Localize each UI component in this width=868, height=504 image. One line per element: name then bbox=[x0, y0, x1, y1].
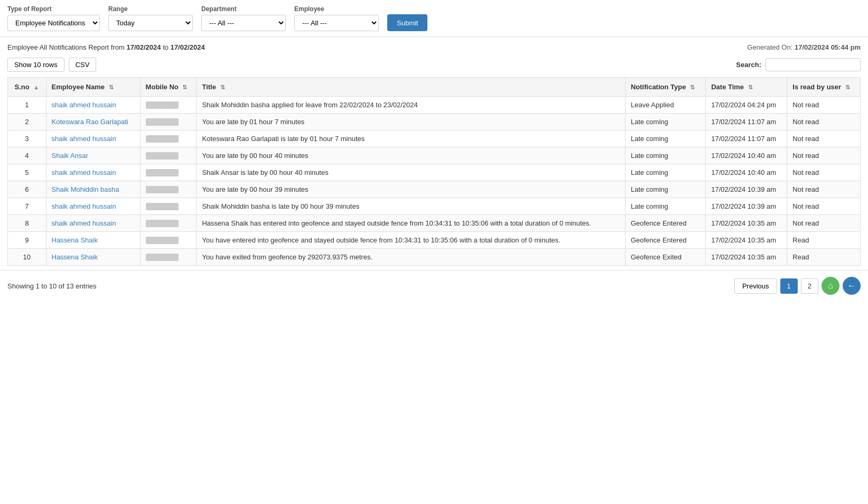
range-label: Range bbox=[108, 5, 193, 13]
employee-link[interactable]: Hassena Shaik bbox=[52, 253, 98, 261]
mobile-blurred: •••••••••• bbox=[146, 203, 179, 210]
employee-link[interactable]: shaik ahmed hussain bbox=[52, 202, 116, 210]
csv-button[interactable]: CSV bbox=[69, 58, 97, 72]
table-row: 4 Shaik Ansar •••••••••• You are late by… bbox=[8, 147, 861, 164]
cell-employee-name[interactable]: Shaik Mohiddin basha bbox=[46, 181, 140, 198]
cell-employee-name[interactable]: Shaik Ansar bbox=[46, 147, 140, 164]
employee-link[interactable]: Shaik Mohiddin basha bbox=[52, 185, 119, 193]
back-button[interactable]: ← bbox=[843, 277, 861, 295]
employee-select[interactable]: --- All --- bbox=[294, 15, 379, 31]
mobile-blurred: •••••••••• bbox=[146, 220, 179, 227]
page-2[interactable]: 2 bbox=[801, 278, 818, 294]
department-group: Department --- All --- bbox=[201, 5, 286, 31]
col-mobile-no[interactable]: Mobile No ⇅ bbox=[140, 78, 197, 97]
cell-employee-name[interactable]: shaik ahmed hussain bbox=[46, 215, 140, 232]
table-header-row: S.no ▲ Employee Name ⇅ Mobile No ⇅ Title… bbox=[8, 78, 861, 97]
cell-notification-type: Geofence Entered bbox=[625, 232, 705, 249]
type-of-report-group: Type of Report Employee Notifications At… bbox=[7, 5, 100, 31]
sort-arrow-date: ⇅ bbox=[748, 84, 753, 91]
mobile-blurred: •••••••••• bbox=[146, 169, 179, 176]
cell-mobile: •••••••••• bbox=[140, 181, 197, 198]
col-title[interactable]: Title ⇅ bbox=[197, 78, 626, 97]
cell-mobile: •••••••••• bbox=[140, 215, 197, 232]
col-notification-type[interactable]: Notification Type ⇅ bbox=[625, 78, 705, 97]
table-row: 3 shaik ahmed hussain •••••••••• Koteswa… bbox=[8, 130, 861, 147]
cell-employee-name[interactable]: shaik ahmed hussain bbox=[46, 130, 140, 147]
cell-employee-name[interactable]: shaik ahmed hussain bbox=[46, 164, 140, 181]
table-row: 8 shaik ahmed hussain •••••••••• Hassena… bbox=[8, 215, 861, 232]
cell-date-time: 17/02/2024 04:24 pm bbox=[706, 97, 787, 114]
sort-arrow-sno: ▲ bbox=[33, 84, 39, 90]
sort-arrow-notif: ⇅ bbox=[690, 84, 695, 91]
cell-sno: 7 bbox=[8, 198, 46, 215]
filter-bar: Type of Report Employee Notifications At… bbox=[0, 0, 868, 37]
cell-title: Hassena Shaik has entered into geofence … bbox=[197, 215, 626, 232]
cell-mobile: •••••••••• bbox=[140, 232, 197, 249]
cell-sno: 4 bbox=[8, 147, 46, 164]
cell-is-read: Not read bbox=[787, 130, 861, 147]
employee-link[interactable]: Hassena Shaik bbox=[52, 236, 98, 244]
cell-title: You have entered into geofence and staye… bbox=[197, 232, 626, 249]
report-title: Employee All Notifications Report from 1… bbox=[7, 43, 205, 51]
table-wrapper: S.no ▲ Employee Name ⇅ Mobile No ⇅ Title… bbox=[0, 77, 868, 266]
cell-mobile: •••••••••• bbox=[140, 198, 197, 215]
cell-notification-type: Late coming bbox=[625, 181, 705, 198]
page-1[interactable]: 1 bbox=[780, 278, 798, 294]
cell-sno: 10 bbox=[8, 249, 46, 266]
cell-title: Shaik Ansar is late by 00 hour 40 minute… bbox=[197, 164, 626, 181]
cell-date-time: 17/02/2024 10:35 am bbox=[706, 232, 787, 249]
cell-title: Shaik Mohiddin basha applied for leave f… bbox=[197, 97, 626, 114]
employee-link[interactable]: shaik ahmed hussain bbox=[52, 135, 116, 143]
range-select[interactable]: Today Yesterday This Week This Month Cus… bbox=[108, 15, 193, 31]
submit-button[interactable]: Submit bbox=[387, 14, 427, 31]
col-employee-name[interactable]: Employee Name ⇅ bbox=[46, 78, 140, 97]
cell-employee-name[interactable]: Koteswara Rao Garlapati bbox=[46, 114, 140, 130]
type-of-report-label: Type of Report bbox=[7, 5, 100, 13]
cell-mobile: •••••••••• bbox=[140, 130, 197, 147]
cell-sno: 3 bbox=[8, 130, 46, 147]
cell-sno: 9 bbox=[8, 232, 46, 249]
cell-employee-name[interactable]: shaik ahmed hussain bbox=[46, 97, 140, 114]
cell-is-read: Not read bbox=[787, 97, 861, 114]
cell-is-read: Not read bbox=[787, 114, 861, 130]
previous-button[interactable]: Previous bbox=[734, 278, 777, 294]
employee-link[interactable]: Koteswara Rao Garlapati bbox=[52, 118, 128, 126]
employee-group: Employee --- All --- bbox=[294, 5, 379, 31]
generated-datetime: 17/02/2024 05:44 pm bbox=[795, 43, 861, 51]
type-of-report-select[interactable]: Employee Notifications Attendance Report… bbox=[7, 15, 100, 31]
search-input[interactable] bbox=[766, 58, 861, 71]
employee-link[interactable]: shaik ahmed hussain bbox=[52, 219, 116, 227]
cell-employee-name[interactable]: Hassena Shaik bbox=[46, 232, 140, 249]
cell-notification-type: Geofence Entered bbox=[625, 215, 705, 232]
employee-link[interactable]: shaik ahmed hussain bbox=[52, 101, 116, 109]
cell-date-time: 17/02/2024 10:40 am bbox=[706, 147, 787, 164]
col-is-read[interactable]: Is read by user ⇅ bbox=[787, 78, 861, 97]
cell-date-time: 17/02/2024 11:07 am bbox=[706, 114, 787, 130]
home-button[interactable]: ⌂ bbox=[822, 277, 839, 295]
employee-link[interactable]: shaik ahmed hussain bbox=[52, 169, 116, 176]
col-sno[interactable]: S.no ▲ bbox=[8, 78, 46, 97]
sort-arrow-mobile: ⇅ bbox=[182, 84, 187, 91]
cell-notification-type: Late coming bbox=[625, 164, 705, 181]
report-header: Employee All Notifications Report from 1… bbox=[0, 37, 868, 54]
cell-employee-name[interactable]: shaik ahmed hussain bbox=[46, 198, 140, 215]
generated-on: Generated On: 17/02/2024 05:44 pm bbox=[747, 43, 861, 51]
table-row: 7 shaik ahmed hussain •••••••••• Shaik M… bbox=[8, 198, 861, 215]
cell-mobile: •••••••••• bbox=[140, 114, 197, 130]
cell-date-time: 17/02/2024 10:35 am bbox=[706, 215, 787, 232]
department-select[interactable]: --- All --- bbox=[201, 15, 286, 31]
mobile-blurred: •••••••••• bbox=[146, 254, 179, 261]
cell-employee-name[interactable]: Hassena Shaik bbox=[46, 249, 140, 266]
cell-date-time: 17/02/2024 10:39 am bbox=[706, 198, 787, 215]
cell-mobile: •••••••••• bbox=[140, 164, 197, 181]
table-row: 1 shaik ahmed hussain •••••••••• Shaik M… bbox=[8, 97, 861, 114]
col-date-time[interactable]: Date Time ⇅ bbox=[706, 78, 787, 97]
search-area: Search: bbox=[736, 58, 861, 71]
report-from-date: 17/02/2024 bbox=[126, 43, 161, 51]
notifications-table: S.no ▲ Employee Name ⇅ Mobile No ⇅ Title… bbox=[7, 77, 861, 266]
show-rows-button[interactable]: Show 10 rows bbox=[7, 58, 64, 72]
cell-sno: 2 bbox=[8, 114, 46, 130]
employee-link[interactable]: Shaik Ansar bbox=[52, 152, 88, 160]
cell-is-read: Read bbox=[787, 249, 861, 266]
cell-is-read: Not read bbox=[787, 164, 861, 181]
